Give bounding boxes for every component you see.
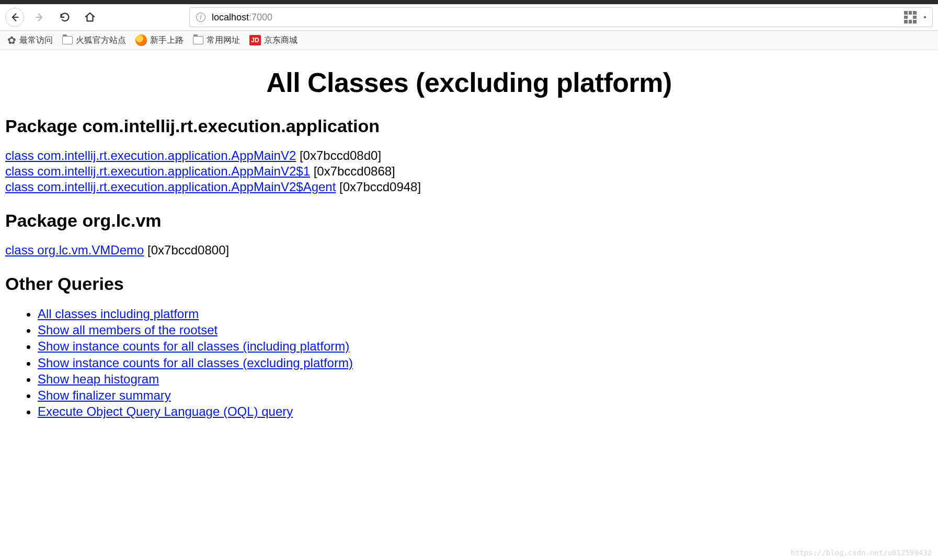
other-query-link[interactable]: Show instance counts for all classes (in… [38,339,349,353]
bookmark-most-visited[interactable]: ✿ 最常访问 [7,34,53,46]
class-entry: class com.intellij.rt.execution.applicat… [5,164,933,179]
home-icon [84,11,96,23]
list-item: Show finalizer summary [38,387,933,403]
bookmark-label: 火狐官方站点 [76,35,126,46]
class-entry: class org.lc.vm.VMDemo [0x7bccd0800] [5,242,933,258]
package-heading: Package org.lc.vm [5,211,933,231]
gear-icon: ✿ [7,34,16,46]
home-button[interactable] [81,8,99,27]
bookmark-firefox-official[interactable]: 火狐官方站点 [62,35,126,46]
class-address: [0x7bccd08d0] [296,148,381,162]
bookmark-common-urls[interactable]: 常用网址 [193,35,240,46]
class-entry: class com.intellij.rt.execution.applicat… [5,179,933,195]
forward-button[interactable] [30,8,49,27]
list-item: Execute Object Query Language (OQL) quer… [38,403,933,419]
page-title: All Classes (excluding platform) [5,67,933,98]
other-queries-list: All classes including platformShow all m… [38,306,933,419]
bookmark-getting-started[interactable]: 新手上路 [135,34,184,46]
bookmark-label: 常用网址 [207,35,240,46]
bookmark-jd[interactable]: JD 京东商城 [249,35,298,46]
firefox-icon [135,34,147,46]
bookmark-label: 最常访问 [19,35,53,46]
list-item: Show instance counts for all classes (in… [38,338,933,354]
info-icon[interactable]: i [196,13,205,22]
window-top-dark-strip [0,0,938,4]
class-address: [0x7bccd0948] [336,180,421,194]
bookmark-label: 新手上路 [150,35,184,46]
browser-toolbar: i localhost:7000 [0,4,938,31]
url-right-icons [904,11,926,24]
arrow-right-icon [35,12,45,22]
class-address: [0x7bccd0800] [144,243,229,257]
class-link[interactable]: class com.intellij.rt.execution.applicat… [5,164,310,178]
qr-icon[interactable] [904,11,917,24]
list-item: Show all members of the rootset [38,322,933,338]
arrow-left-icon [9,12,20,22]
other-query-link[interactable]: Show all members of the rootset [38,323,218,337]
list-item: Show heap histogram [38,371,933,387]
folder-icon [193,36,203,44]
more-icon[interactable] [924,16,926,18]
reload-button[interactable] [55,8,74,27]
page-content: All Classes (excluding platform) Package… [0,50,938,435]
other-query-link[interactable]: Show finalizer summary [38,388,171,402]
package-heading: Package com.intellij.rt.execution.applic… [5,116,933,136]
other-query-link[interactable]: Show heap histogram [38,372,159,386]
address-bar[interactable]: i localhost:7000 [189,7,933,27]
folder-icon [62,36,73,44]
url-host: localhost [212,12,249,22]
class-entry: class com.intellij.rt.execution.applicat… [5,148,933,164]
other-queries-heading: Other Queries [5,274,933,294]
bookmarks-bar: ✿ 最常访问 火狐官方站点 新手上路 常用网址 JD 京东商城 [0,31,938,50]
class-link[interactable]: class com.intellij.rt.execution.applicat… [5,180,336,194]
jd-icon: JD [249,35,261,45]
class-link[interactable]: class org.lc.vm.VMDemo [5,243,144,257]
back-button[interactable] [5,8,24,27]
bookmark-label: 京东商城 [264,35,298,46]
url-port: :7000 [249,12,272,22]
list-item: Show instance counts for all classes (ex… [38,355,933,371]
reload-icon [59,11,71,23]
other-query-link[interactable]: Execute Object Query Language (OQL) quer… [38,404,293,418]
other-query-link[interactable]: Show instance counts for all classes (ex… [38,356,353,370]
list-item: All classes including platform [38,306,933,322]
other-query-link[interactable]: All classes including platform [38,307,199,321]
class-link[interactable]: class com.intellij.rt.execution.applicat… [5,148,296,162]
url-text: localhost:7000 [212,12,272,23]
class-address: [0x7bccd0868] [310,164,395,178]
